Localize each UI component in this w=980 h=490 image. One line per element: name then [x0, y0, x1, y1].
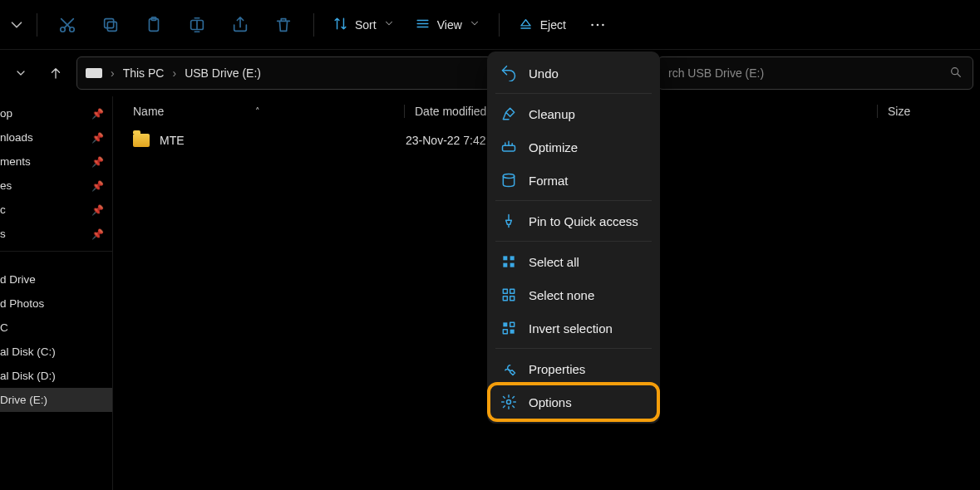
- col-name[interactable]: Name: [133, 105, 164, 118]
- toolbar: Sort View Eject: [0, 0, 980, 50]
- svg-rect-3: [105, 18, 114, 27]
- view-button[interactable]: View: [406, 5, 489, 45]
- sort-label: Sort: [355, 18, 377, 32]
- menu-select-all[interactable]: Select all: [490, 245, 657, 278]
- wrench-icon: [500, 360, 517, 377]
- sidebar: op📌 nloads📌 ments📌 es📌 c📌 s📌 d Drive d P…: [0, 96, 113, 490]
- view-label: View: [437, 18, 462, 32]
- divider: [37, 13, 37, 37]
- svg-rect-2: [107, 22, 116, 31]
- svg-point-10: [591, 23, 593, 26]
- svg-point-28: [507, 400, 511, 404]
- copy-icon[interactable]: [91, 5, 131, 45]
- sidebar-item[interactable]: s📌: [0, 222, 112, 246]
- optimize-icon: [500, 139, 517, 155]
- menu-optimize[interactable]: Optimize: [490, 130, 657, 164]
- delete-icon[interactable]: [263, 5, 303, 45]
- menu-format[interactable]: Format: [490, 164, 657, 197]
- sidebar-item[interactable]: c📌: [0, 198, 112, 222]
- sort-button[interactable]: Sort: [324, 5, 403, 45]
- sidebar-item[interactable]: ments📌: [0, 149, 112, 174]
- up-button[interactable]: [42, 59, 70, 87]
- undo-icon: [500, 65, 517, 81]
- search-icon: [949, 66, 963, 81]
- search-input[interactable]: rch USB Drive (E:): [657, 56, 973, 90]
- eject-button[interactable]: Eject: [510, 5, 574, 45]
- menu-options[interactable]: Options: [490, 385, 657, 419]
- svg-rect-18: [503, 263, 507, 267]
- menu-pin[interactable]: Pin to Quick access: [490, 204, 657, 238]
- pin-icon: 📌: [91, 228, 104, 240]
- rename-icon[interactable]: [177, 5, 217, 45]
- svg-rect-17: [510, 256, 515, 260]
- cut-icon[interactable]: [47, 5, 87, 45]
- svg-point-15: [503, 174, 514, 179]
- svg-rect-16: [503, 256, 507, 260]
- search-placeholder: rch USB Drive (E:): [668, 66, 764, 80]
- sidebar-item-current-drive[interactable]: Drive (E:): [0, 388, 112, 412]
- svg-rect-23: [510, 296, 515, 301]
- menu-undo[interactable]: Undo: [490, 56, 657, 90]
- svg-rect-25: [510, 322, 515, 326]
- menu-cleanup[interactable]: Cleanup: [490, 97, 657, 130]
- file-name: MTE: [160, 134, 185, 147]
- select-all-icon: [500, 253, 517, 270]
- menu-invert[interactable]: Invert selection: [490, 311, 657, 345]
- menu-properties[interactable]: Properties: [490, 352, 657, 385]
- sidebar-item[interactable]: d Photos: [0, 292, 112, 316]
- broom-icon: [500, 105, 517, 122]
- eject-label: Eject: [540, 18, 566, 32]
- svg-rect-21: [510, 289, 515, 293]
- sidebar-item[interactable]: es📌: [0, 174, 112, 198]
- svg-rect-20: [503, 289, 507, 293]
- select-none-icon: [500, 287, 517, 303]
- sidebar-item[interactable]: nloads📌: [0, 125, 112, 149]
- pin-icon: [500, 213, 517, 229]
- svg-rect-19: [510, 263, 515, 267]
- svg-rect-14: [503, 145, 515, 151]
- sidebar-item[interactable]: al Disk (D:): [0, 364, 112, 388]
- svg-point-11: [597, 23, 599, 26]
- pin-icon: 📌: [91, 108, 104, 120]
- folder-icon: [133, 134, 150, 147]
- breadcrumb-root[interactable]: This PC: [123, 66, 165, 80]
- svg-rect-26: [503, 330, 507, 334]
- svg-point-13: [952, 67, 958, 74]
- svg-point-12: [602, 23, 604, 26]
- svg-rect-22: [503, 296, 507, 301]
- overflow-menu: Undo Cleanup Optimize Format Pin to Quic…: [487, 51, 660, 424]
- drive-icon: [86, 68, 102, 78]
- gear-icon: [500, 394, 517, 410]
- pin-icon: 📌: [91, 156, 104, 168]
- divider: [499, 13, 500, 37]
- more-icon[interactable]: [578, 5, 618, 45]
- divider: [313, 13, 314, 37]
- pin-icon: 📌: [91, 132, 104, 144]
- new-dropdown[interactable]: [7, 5, 27, 45]
- svg-rect-27: [510, 330, 515, 334]
- format-icon: [500, 172, 517, 189]
- breadcrumb-leaf[interactable]: USB Drive (E:): [185, 66, 261, 80]
- pin-icon: 📌: [91, 180, 104, 192]
- sidebar-item[interactable]: C: [0, 316, 112, 340]
- menu-select-none[interactable]: Select none: [490, 278, 657, 311]
- sidebar-item[interactable]: op📌: [0, 101, 112, 125]
- paste-icon[interactable]: [134, 5, 174, 45]
- sidebar-item[interactable]: al Disk (C:): [0, 340, 112, 364]
- invert-icon: [500, 320, 517, 336]
- svg-rect-24: [503, 322, 507, 326]
- recent-locations-button[interactable]: [7, 59, 35, 87]
- share-icon[interactable]: [220, 5, 260, 45]
- pin-icon: 📌: [91, 204, 104, 216]
- sidebar-item[interactable]: d Drive: [0, 267, 112, 292]
- col-size[interactable]: Size: [877, 105, 952, 118]
- sort-indicator-icon: ˄: [255, 106, 260, 117]
